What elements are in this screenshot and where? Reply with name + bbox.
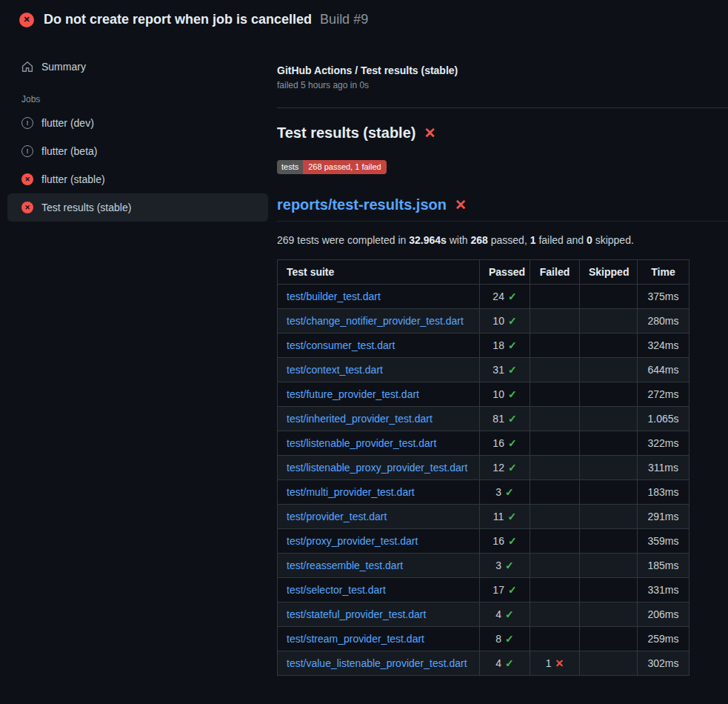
test-suite-link[interactable]: test/reassemble_test.dart xyxy=(287,559,403,571)
failed-cell xyxy=(530,309,580,333)
alert-circle-icon: ! xyxy=(21,145,33,157)
job-status-line: failed 5 hours ago in 0s xyxy=(277,80,728,90)
failed-x-icon: ✕ xyxy=(455,196,467,213)
table-row: test/multi_provider_test.dart3✓183ms xyxy=(278,480,689,505)
failed-cell xyxy=(530,431,580,456)
time-cell: 644ms xyxy=(638,358,689,382)
skipped-cell xyxy=(580,651,638,676)
count-value: 16 xyxy=(492,535,504,547)
passed-cell: 31✓ xyxy=(480,358,530,382)
skipped-cell xyxy=(580,627,638,651)
check-icon: ✓ xyxy=(508,462,517,474)
column-header-failed: Failed xyxy=(530,260,580,285)
sidebar-item-label: flutter (beta) xyxy=(41,145,97,157)
table-row: test/consumer_test.dart18✓324ms xyxy=(278,333,689,358)
badge-row: tests 268 passed, 1 failed xyxy=(277,142,728,174)
test-suite-link[interactable]: test/consumer_test.dart xyxy=(287,339,395,351)
summary-text: passed, xyxy=(488,234,530,246)
passed-cell: 3✓ xyxy=(480,554,530,578)
column-header-test-suite: Test suite xyxy=(278,260,480,285)
check-icon: ✓ xyxy=(508,315,517,327)
failed-cell xyxy=(530,554,580,578)
passed-cell: 11✓ xyxy=(480,505,530,529)
sidebar-item-flutter-dev[interactable]: !flutter (dev) xyxy=(7,109,268,137)
time-cell: 322ms xyxy=(638,431,689,456)
report-file-link[interactable]: reports/test-results.json xyxy=(277,196,447,213)
passed-cell: 4✓ xyxy=(480,651,530,676)
tests-summary-line: 269 tests were completed in 32.964s with… xyxy=(277,234,728,246)
failed-cell xyxy=(530,480,580,505)
skipped-cell xyxy=(580,309,638,333)
sidebar-item-flutter-beta[interactable]: !flutter (beta) xyxy=(7,137,268,165)
test-suite-link[interactable]: test/stateful_provider_test.dart xyxy=(287,608,426,620)
failed-cell xyxy=(530,602,580,627)
summary-text: skipped. xyxy=(592,234,634,246)
check-icon: ✓ xyxy=(505,486,514,498)
test-suite-link[interactable]: test/selector_test.dart xyxy=(287,584,386,596)
test-suite-link[interactable]: test/builder_test.dart xyxy=(287,290,381,302)
test-suite-cell: test/change_notifier_provider_test.dart xyxy=(278,309,480,333)
skipped-cell xyxy=(580,505,638,529)
test-suite-cell: test/inherited_provider_test.dart xyxy=(278,407,480,431)
home-icon xyxy=(21,61,33,73)
check-icon: ✓ xyxy=(505,608,514,620)
test-suite-cell: test/multi_provider_test.dart xyxy=(278,480,480,505)
passed-cell: 10✓ xyxy=(480,382,530,407)
sidebar-item-summary[interactable]: Summary xyxy=(7,53,268,81)
failed-x-icon: ✕ xyxy=(424,124,435,142)
sidebar-item-label: Summary xyxy=(41,61,86,73)
time-cell: 1.065s xyxy=(638,407,689,431)
test-suite-link[interactable]: test/inherited_provider_test.dart xyxy=(287,413,433,425)
check-icon: ✓ xyxy=(508,437,517,449)
test-suite-link[interactable]: test/listenable_provider_test.dart xyxy=(287,437,436,449)
sidebar-item-flutter-stable[interactable]: ✕flutter (stable) xyxy=(7,165,268,193)
test-suite-cell: test/listenable_provider_test.dart xyxy=(278,431,480,456)
passed-cell: 10✓ xyxy=(480,309,530,333)
passed-cell: 8✓ xyxy=(480,627,530,651)
passed-cell: 18✓ xyxy=(480,333,530,358)
check-icon: ✓ xyxy=(507,511,516,522)
check-icon: ✓ xyxy=(508,364,517,376)
failed-cell xyxy=(530,529,580,554)
count-value: 11 xyxy=(493,511,504,522)
column-header-skipped: Skipped xyxy=(580,260,638,285)
sidebar-item-test-results-stable[interactable]: ✕Test results (stable) xyxy=(7,193,268,222)
summary-stat: 0 xyxy=(587,234,592,246)
count-value: 3 xyxy=(495,486,501,498)
badge-label: tests xyxy=(277,160,303,174)
time-cell: 291ms xyxy=(638,505,689,529)
skipped-cell xyxy=(580,456,638,480)
count-value: 4 xyxy=(495,608,501,620)
test-suite-link[interactable]: test/context_test.dart xyxy=(287,364,383,376)
test-suite-link[interactable]: test/future_provider_test.dart xyxy=(287,388,419,400)
time-cell: 259ms xyxy=(638,627,689,651)
breadcrumb: GitHub Actions / Test results (stable) xyxy=(277,64,728,76)
test-suite-link[interactable]: test/proxy_provider_test.dart xyxy=(287,535,418,547)
x-icon: ✕ xyxy=(555,657,564,669)
summary-stat: 32.964s xyxy=(409,234,447,246)
section-title: Test results (stable) ✕ xyxy=(277,124,728,142)
run-title: Do not create report when job is cancell… xyxy=(44,12,312,27)
count-value: 4 xyxy=(495,657,501,669)
test-suite-link[interactable]: test/listenable_proxy_provider_test.dart xyxy=(287,462,467,474)
table-row: test/proxy_provider_test.dart16✓359ms xyxy=(278,529,689,554)
test-suite-link[interactable]: test/change_notifier_provider_test.dart xyxy=(287,315,464,327)
passed-cell: 17✓ xyxy=(480,578,530,602)
skipped-cell xyxy=(580,578,638,602)
table-row: test/context_test.dart31✓644ms xyxy=(278,358,689,382)
test-suite-link[interactable]: test/stream_provider_test.dart xyxy=(287,633,424,645)
skipped-cell xyxy=(580,554,638,578)
test-results-table: Test suite Passed Failed Skipped Time te… xyxy=(277,259,689,676)
count-value: 24 xyxy=(492,290,504,302)
test-suite-cell: test/stateful_provider_test.dart xyxy=(278,602,480,627)
test-suite-cell: test/stream_provider_test.dart xyxy=(278,627,480,651)
passed-cell: 12✓ xyxy=(480,456,530,480)
test-suite-link[interactable]: test/value_listenable_provider_test.dart xyxy=(287,657,467,669)
time-cell: 359ms xyxy=(638,529,689,554)
failed-cell xyxy=(530,407,580,431)
table-row: test/selector_test.dart17✓331ms xyxy=(278,578,689,602)
test-suite-link[interactable]: test/multi_provider_test.dart xyxy=(287,486,415,498)
test-suite-link[interactable]: test/provider_test.dart xyxy=(287,511,387,522)
passed-cell: 81✓ xyxy=(480,407,530,431)
summary-stat: 268 xyxy=(471,234,488,246)
